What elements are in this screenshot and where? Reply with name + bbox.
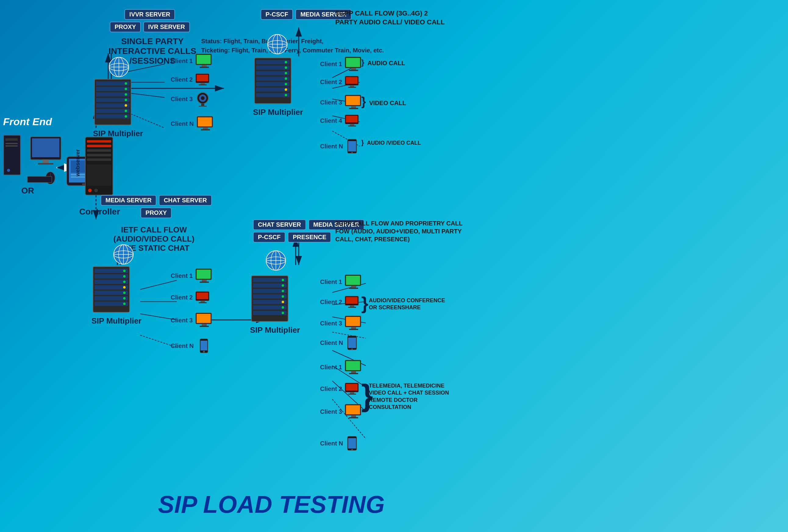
monitor-green-1 (195, 53, 213, 68)
ivvr-server-badge: IVVR SERVER (124, 9, 175, 20)
server-rack-icon-top-right (253, 56, 293, 105)
svg-rect-145 (256, 82, 290, 86)
sip-multiplier-top-left: SIP Multiplier (93, 129, 143, 138)
svg-rect-110 (95, 291, 128, 295)
svg-rect-161 (350, 85, 354, 87)
client1-label: Client 1 (171, 58, 193, 65)
svg-rect-184 (253, 300, 287, 304)
monitor-green-br1 (344, 274, 363, 289)
svg-point-113 (123, 270, 125, 272)
monitor-red-br1 (344, 295, 360, 308)
client2-br-top: Client 2 (320, 295, 360, 308)
monitor-red-br2 (344, 382, 360, 395)
monitor-orange-br2 (344, 404, 363, 420)
svg-rect-130 (202, 324, 207, 326)
svg-rect-158 (349, 70, 358, 71)
svg-rect-38 (43, 160, 49, 163)
ticketing-items: Flight, Train, Bus, Ferry, Commuter Trai… (232, 47, 384, 54)
audio-video-call-brace: } (361, 139, 364, 146)
svg-point-119 (123, 303, 125, 305)
svg-rect-97 (198, 117, 212, 126)
svg-point-154 (285, 94, 287, 96)
svg-rect-203 (346, 317, 360, 326)
svg-rect-212 (349, 373, 358, 374)
client1-br-top: Client 1 (320, 274, 363, 289)
sip-multiplier-top-right: SIP Multiplier (253, 107, 303, 117)
svg-point-188 (282, 284, 284, 287)
svg-rect-86 (200, 67, 209, 68)
client2-top-left: Client 2 (171, 73, 210, 86)
conference-brace: } (361, 293, 368, 313)
svg-point-193 (282, 312, 284, 314)
svg-rect-143 (256, 71, 290, 75)
svg-point-134 (203, 351, 205, 352)
monitor-red-tr1 (344, 76, 360, 88)
svg-rect-220 (349, 417, 358, 418)
top-right-callflow-heading: 3GPP CALL FLOW (3G..4G) 2 PARTY AUDIO CA… (335, 9, 451, 26)
svg-rect-141 (256, 60, 290, 64)
svg-rect-108 (95, 280, 128, 284)
3gpp-heading-br: 3GPP CALL FLOW AND PROPRIETRY CALL FOW (… (335, 219, 464, 243)
globe-icon-bottom-left (113, 244, 134, 265)
svg-rect-210 (346, 361, 360, 370)
svg-rect-215 (350, 392, 354, 394)
svg-point-77 (125, 88, 127, 90)
server-rack-icon-bottom-left (92, 265, 131, 314)
sip-multiplier-bottom-left: SIP Multiplier (92, 316, 141, 326)
svg-rect-144 (256, 77, 290, 81)
svg-rect-122 (202, 280, 207, 282)
audio-video-call-label: AUDIO /VIDEO CALL (367, 140, 421, 146)
audio-call-brace: } (361, 58, 364, 67)
globe-icon-top-right (267, 34, 288, 55)
svg-rect-127 (199, 302, 207, 303)
svg-rect-156 (346, 58, 360, 67)
sip-multiplier-bottom-right: SIP Multiplier (250, 325, 300, 335)
bottom-right-globe (265, 250, 287, 272)
phone-br-bottom (346, 436, 358, 451)
phone-tr (346, 139, 358, 154)
controller-server-icon (81, 131, 117, 198)
svg-rect-89 (201, 83, 205, 84)
svg-rect-40 (4, 135, 20, 175)
svg-rect-157 (351, 68, 356, 70)
svg-rect-85 (202, 65, 207, 67)
svg-rect-165 (351, 106, 356, 108)
svg-point-149 (285, 66, 287, 69)
proxy-badge-bl: PROXY (140, 207, 172, 218)
audio-call-group: } AUDIO CALL (361, 58, 405, 67)
svg-rect-129 (197, 314, 211, 323)
svg-rect-99 (201, 129, 210, 130)
ivr-server-badge: IVR SERVER (143, 22, 190, 32)
monitor-green-tr1 (344, 56, 363, 71)
bottom-left-server-rack: SIP Multiplier (92, 265, 141, 326)
svg-rect-73 (96, 103, 130, 107)
svg-rect-98 (203, 127, 208, 129)
client3-bottom-left: Client 3 (171, 312, 213, 328)
svg-rect-172 (348, 141, 356, 151)
svg-rect-75 (96, 114, 130, 119)
svg-rect-195 (346, 276, 360, 285)
svg-point-189 (282, 290, 284, 292)
presence-badge-br: PRESENCE (288, 232, 331, 243)
telemedia-text: TELEMEDIA, TELEMEDICINE VIDEO CALL + CHA… (369, 382, 454, 411)
svg-rect-41 (5, 138, 18, 141)
monitor-green-bl1 (195, 268, 213, 283)
bottom-right-callflow-heading: 3GPP CALL FLOW AND PROPRIETRY CALL FOW (… (335, 219, 464, 243)
svg-point-192 (282, 306, 284, 309)
svg-rect-90 (199, 84, 207, 85)
webcam-icon-1 (195, 91, 210, 107)
svg-point-61 (88, 189, 92, 192)
svg-rect-88 (197, 75, 208, 81)
p-cscf-badge-br: P-CSCF (253, 232, 285, 243)
svg-rect-170 (348, 125, 356, 126)
webserver-controller-section: webserver Controller (75, 131, 117, 199)
svg-rect-204 (351, 327, 356, 329)
svg-rect-216 (348, 394, 356, 394)
svg-point-117 (123, 292, 125, 294)
svg-rect-199 (346, 297, 358, 304)
svg-rect-211 (351, 371, 356, 373)
svg-rect-186 (253, 311, 287, 315)
svg-rect-169 (350, 124, 354, 125)
svg-rect-95 (199, 106, 207, 107)
webserver-label: webserver (75, 149, 81, 177)
